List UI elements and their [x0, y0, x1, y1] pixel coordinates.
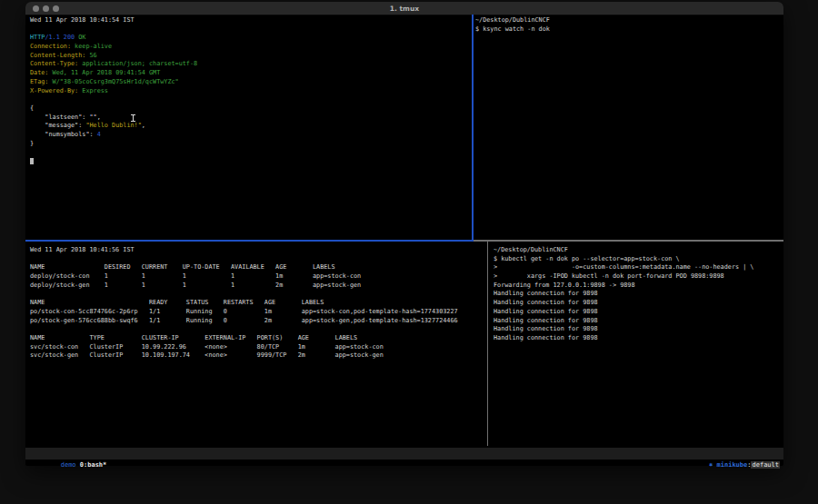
- terminal-line: Handling connection for 9898: [494, 317, 787, 326]
- pane-ksync-watch[interactable]: ~/Desktop/DublinCNCF$ ksync watch -n dok: [474, 15, 784, 240]
- terminal-line: "message": "Hello Dublin!",: [30, 122, 475, 131]
- terminal-line: NAME READY STATUS RESTARTS AGE LABELS: [30, 299, 491, 308]
- terminal-line: Wed 11 Apr 2018 10:41:54 IST: [30, 16, 475, 25]
- terminal-line: deploy/stock-gen 1 1 1 1 2m app=stock-ge…: [30, 282, 491, 291]
- terminal-line: Handling connection for 9898: [494, 290, 787, 299]
- window-titlebar[interactable]: 1. tmux: [25, 2, 783, 15]
- tmux-window-label[interactable]: 0:bash*: [80, 461, 107, 469]
- terminal-content: Wed 11 Apr 2018 10:41:54 IST HTTP/1.1 20…: [25, 15, 783, 466]
- terminal-line: NAME TYPE CLUSTER-IP EXTERNAL-IP PORT(S)…: [30, 334, 491, 343]
- terminal-line: [30, 255, 491, 264]
- active-pane-divider-vertical[interactable]: [472, 15, 474, 240]
- terminal-line: svc/stock-gen ClusterIP 10.109.197.74 <n…: [30, 351, 491, 361]
- terminal-line: }: [30, 140, 475, 149]
- terminal-line: [30, 290, 491, 299]
- terminal-line: [30, 148, 475, 157]
- status-left: demo 0:bash*: [30, 448, 106, 483]
- kube-namespace: default: [751, 461, 780, 469]
- terminal-line: "lastseen": "",: [30, 114, 475, 123]
- pane-divider-vertical[interactable]: [487, 242, 488, 446]
- status-right: ⎈ minikube:default: [678, 448, 780, 483]
- pane-kubectl-resources[interactable]: Wed 11 Apr 2018 10:41:56 IST NAME DESIRE…: [25, 242, 491, 451]
- terminal-line: deploy/stock-con 1 1 1 1 1m app=stock-co…: [30, 272, 491, 282]
- terminal-line: Content-Length: 56: [30, 52, 475, 61]
- text-cursor-pointer: [133, 114, 134, 122]
- terminal-line: [30, 95, 475, 104]
- terminal-line: Content-Type: application/json; charset=…: [30, 60, 475, 69]
- terminal-line: $ kubectl get -n dok po --selector=app=s…: [494, 255, 787, 264]
- terminal-line: Forwarding from 127.0.0.1:9898 -> 9898: [494, 282, 787, 291]
- kube-context: minikube: [717, 461, 748, 469]
- terminal-line: po/stock-con-5cc874766c-2p6rp 1/1 Runnin…: [30, 308, 491, 317]
- tmux-status-bar: demo 0:bash* ⎈ minikube:default: [25, 448, 783, 460]
- terminal-line: > -o=custom-columns=:metadata.name --no-…: [494, 263, 787, 272]
- terminal-line: ~/Desktop/DublinCNCF: [475, 16, 784, 25]
- terminal-line: po/stock-gen-576cc688bb-swqf6 1/1 Runnin…: [30, 317, 491, 326]
- terminal-line: HTTP/1.1 200 OK: [30, 34, 475, 43]
- pane-port-forward[interactable]: ~/Desktop/DublinCNCF$ kubectl get -n dok…: [490, 242, 787, 451]
- terminal-line: [30, 157, 475, 166]
- terminal-window: 1. tmux Wed 11 Apr 2018 10:41:54 IST HTT…: [25, 2, 783, 466]
- window-title: 1. tmux: [25, 5, 783, 13]
- terminal-line: Handling connection for 9898: [494, 299, 787, 308]
- tmux-session-name: demo: [61, 461, 80, 469]
- terminal-line: svc/stock-con ClusterIP 10.99.222.96 <no…: [30, 343, 491, 352]
- terminal-line: Handling connection for 9898: [494, 334, 787, 343]
- pane-http-response[interactable]: Wed 11 Apr 2018 10:41:54 IST HTTP/1.1 20…: [25, 15, 475, 240]
- terminal-line: NAME DESIRED CURRENT UP-TO-DATE AVAILABL…: [30, 263, 491, 272]
- terminal-line: Date: Wed, 11 Apr 2018 09:41:54 GMT: [30, 69, 475, 78]
- terminal-line: ETag: W/"38-05coCsrg3mQ75sHr1d/qcWTwYZc": [30, 78, 475, 87]
- terminal-line: [30, 325, 491, 334]
- terminal-line: [30, 25, 475, 35]
- terminal-line: Wed 11 Apr 2018 10:41:56 IST: [30, 246, 491, 255]
- terminal-line: $ ksync watch -n dok: [475, 25, 784, 35]
- terminal-line: > xargs -IPOD kubectl -n dok port-forwar…: [494, 272, 787, 282]
- terminal-line: "numsymbols": 4: [30, 131, 475, 140]
- terminal-line: ~/Desktop/DublinCNCF: [494, 246, 787, 255]
- terminal-line: Handling connection for 9898: [494, 325, 787, 334]
- terminal-line: Connection: keep-alive: [30, 43, 475, 52]
- terminal-line: X-Powered-By: Express: [30, 87, 475, 96]
- terminal-line: {: [30, 104, 475, 114]
- terminal-line: Handling connection for 9898: [494, 308, 787, 317]
- kubernetes-helm-icon: ⎈: [709, 461, 716, 469]
